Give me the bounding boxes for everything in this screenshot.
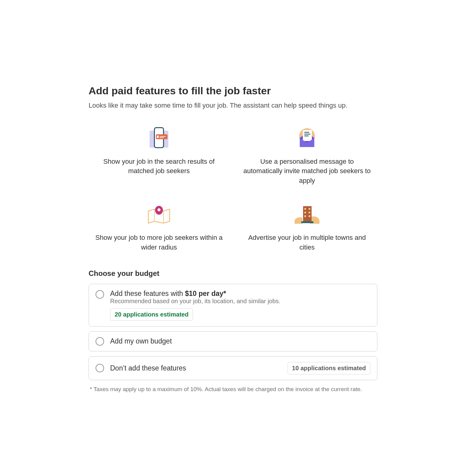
feature-personalised-message: Use a personalised message to automatica… [237, 126, 377, 186]
svg-rect-18 [309, 215, 310, 217]
svg-rect-9 [304, 134, 310, 135]
budget-option-own[interactable]: Add my own budget [89, 331, 377, 351]
option-title: Add my own budget [110, 337, 172, 345]
svg-rect-15 [304, 212, 306, 213]
option-title-prefix: Add these features with [110, 290, 185, 297]
radio-recommended[interactable] [96, 290, 104, 299]
svg-rect-5 [160, 137, 164, 138]
paid-features-card: Add paid features to fill the job faster… [69, 68, 397, 408]
svg-rect-4 [160, 136, 166, 137]
page-title: Add paid features to fill the job faster [89, 85, 377, 97]
phone-search-icon [145, 126, 173, 151]
budget-option-none[interactable]: Don’t add these features 10 applications… [89, 356, 377, 380]
estimate-badge-recommended: 20 applications estimated [110, 308, 193, 321]
option-title: Add these features with $10 per day* [110, 290, 226, 297]
option-title-price: $10 per day* [185, 290, 226, 297]
svg-rect-3 [157, 136, 159, 138]
svg-rect-17 [304, 215, 306, 217]
budget-heading: Choose your budget [89, 269, 377, 278]
estimate-badge-none: 10 applications estimated [288, 362, 370, 374]
radio-none[interactable] [96, 364, 104, 372]
feature-search-results: Show your job in the search results of m… [89, 126, 229, 186]
option-title: Don’t add these features [110, 364, 186, 372]
feature-multiple-towns: Advertise your job in multiple towns and… [237, 203, 377, 252]
feature-text: Use a personalised message to automatica… [241, 157, 373, 186]
features-grid: Show your job in the search results of m… [89, 126, 377, 252]
feature-wider-radius: Show your job to more job seekers within… [89, 203, 229, 252]
svg-rect-16 [309, 212, 310, 213]
envelope-message-icon [294, 126, 320, 151]
map-pin-icon [145, 203, 173, 227]
page-subtitle: Looks like it may take some time to fill… [89, 102, 377, 109]
svg-point-11 [157, 208, 160, 211]
budget-option-recommended[interactable]: Add these features with $10 per day* Rec… [89, 284, 377, 327]
svg-rect-10 [304, 136, 309, 136]
tax-footnote: * Taxes may apply up to a maximum of 10%… [89, 385, 377, 394]
feature-text: Show your job in the search results of m… [93, 157, 225, 176]
svg-rect-19 [301, 221, 313, 223]
svg-rect-14 [309, 208, 310, 210]
buildings-icon [293, 203, 321, 227]
radio-own[interactable] [96, 337, 104, 346]
svg-rect-13 [304, 208, 306, 210]
svg-rect-8 [304, 132, 309, 133]
feature-text: Show your job to more job seekers within… [93, 233, 225, 252]
feature-text: Advertise your job in multiple towns and… [241, 233, 373, 252]
option-subtext: Recommended based on your job, its locat… [110, 298, 370, 305]
